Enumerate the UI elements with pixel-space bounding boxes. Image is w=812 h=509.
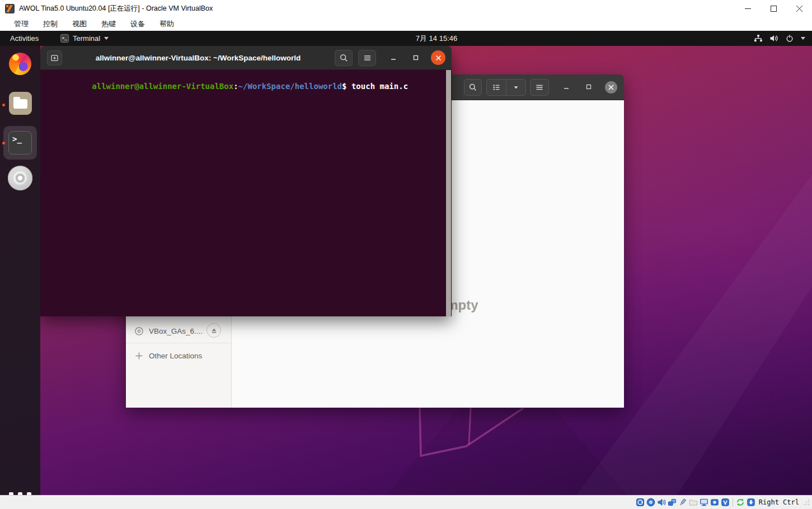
resize-grip[interactable]: [803, 499, 810, 506]
window-controls: [735, 0, 812, 17]
menu-input[interactable]: 热键: [94, 17, 123, 31]
terminal-close-button[interactable]: [431, 50, 445, 65]
features-icon[interactable]: [721, 498, 730, 507]
files-minimize-button[interactable]: [562, 82, 571, 91]
dock-item-firefox[interactable]: [0, 53, 40, 75]
chevron-down-icon: [801, 37, 805, 40]
terminal-menu-button[interactable]: [358, 50, 376, 66]
new-tab-button[interactable]: [47, 50, 62, 66]
terminal-maximize-button[interactable]: [411, 53, 420, 62]
terminal-prompt-line: allwinner@allwinner-VirtualBox:~/WorkSpa…: [45, 73, 408, 100]
terminal-minimize-button[interactable]: [389, 53, 398, 62]
hard-disks-icon[interactable]: [636, 498, 645, 507]
terminal-search-button[interactable]: [335, 50, 353, 66]
sidebar-item-other-locations[interactable]: Other Locations: [126, 343, 232, 368]
disc-icon: [8, 166, 32, 190]
vm-display: Activities >_ Terminal 7月 14 15:46: [0, 31, 812, 495]
terminal-window: allwinner@allwinner-VirtualBox: ~/WorkSp…: [40, 46, 452, 316]
menu-devices[interactable]: 设备: [123, 17, 152, 31]
dock-item-terminal[interactable]: >_: [0, 126, 40, 160]
network-icon: [754, 34, 763, 43]
display-icon[interactable]: [700, 498, 708, 507]
prompt-separator: :: [233, 82, 238, 91]
menu-help[interactable]: 帮助: [152, 17, 181, 31]
dock-item-disc[interactable]: [0, 166, 40, 190]
virtualbox-logo-icon: [5, 4, 15, 13]
dock: >_: [0, 46, 40, 495]
files-maximize-button[interactable]: [584, 82, 593, 91]
files-view-list-button[interactable]: [486, 79, 506, 96]
usb-icon[interactable]: [678, 498, 687, 507]
files-menu-button[interactable]: [530, 79, 549, 96]
sidebar-item-label: VBox_GAs_6....: [149, 327, 203, 335]
virtualbox-window: AWOL Tina5.0 Ubuntu20.04 [正在运行] - Oracle…: [0, 0, 812, 509]
gnome-topbar: Activities >_ Terminal 7月 14 15:46: [0, 31, 812, 46]
focused-app-label: Terminal: [73, 34, 100, 43]
prompt-path: ~/WorkSpace/helloworld: [238, 82, 342, 91]
mouse-integration-icon[interactable]: [736, 498, 745, 507]
activities-button[interactable]: Activities: [8, 31, 41, 46]
show-applications-button[interactable]: [0, 492, 40, 495]
terminal-icon: >_: [8, 131, 32, 155]
host-key-label: Right Ctrl: [759, 498, 799, 506]
plus-icon: [134, 351, 144, 361]
keyboard-capture-icon[interactable]: [747, 498, 755, 507]
terminal-scrollbar[interactable]: [446, 70, 451, 316]
volume-icon: [769, 34, 778, 43]
menubar: 管理 控制 视图 热键 设备 帮助: [0, 17, 812, 31]
optical-drives-icon[interactable]: [646, 498, 655, 507]
vbox-statusbar: Right Ctrl: [0, 495, 812, 509]
dock-item-files[interactable]: [0, 92, 40, 115]
menu-view[interactable]: 视图: [65, 17, 94, 31]
system-tray[interactable]: [754, 31, 808, 46]
files-close-button[interactable]: [605, 81, 617, 94]
prompt-user-host: allwinner@allwinner-VirtualBox: [92, 82, 233, 91]
menu-control[interactable]: 控制: [36, 17, 65, 31]
window-maximize-button[interactable]: [761, 0, 786, 17]
eject-button[interactable]: [206, 323, 221, 338]
power-icon: [785, 34, 794, 43]
window-minimize-button[interactable]: [735, 0, 761, 17]
window-title: AWOL Tina5.0 Ubuntu20.04 [正在运行] - Oracle…: [19, 4, 213, 13]
files-search-button[interactable]: [464, 79, 482, 96]
titlebar: AWOL Tina5.0 Ubuntu20.04 [正在运行] - Oracle…: [0, 0, 812, 17]
active-app-highlight: >_: [3, 126, 37, 160]
recording-icon[interactable]: [710, 498, 719, 507]
files-icon: [9, 92, 32, 115]
app-grid-icon: [9, 492, 31, 495]
running-indicator: [2, 104, 5, 106]
running-indicator: [2, 142, 5, 144]
firefox-icon: [9, 53, 31, 75]
chevron-down-icon: [104, 37, 109, 40]
clock[interactable]: 7月 14 15:46: [392, 31, 481, 46]
files-view-options-button[interactable]: [506, 79, 526, 96]
terminal-headerbar[interactable]: allwinner@allwinner-VirtualBox: ~/WorkSp…: [40, 46, 452, 70]
focused-app-menu[interactable]: >_ Terminal: [60, 31, 109, 46]
terminal-body[interactable]: allwinner@allwinner-VirtualBox:~/WorkSpa…: [40, 70, 452, 316]
terminal-title: allwinner@allwinner-VirtualBox: ~/WorkSp…: [63, 46, 334, 70]
menu-machine[interactable]: 管理: [7, 17, 36, 31]
audio-icon[interactable]: [657, 498, 666, 507]
statusbar-separator: [733, 498, 733, 507]
sidebar-item-label: Other Locations: [149, 352, 202, 360]
window-close-button[interactable]: [786, 0, 812, 17]
network-adapter-icon[interactable]: [668, 498, 677, 507]
typed-command: touch main.c: [346, 82, 408, 91]
optical-disc-icon: [134, 326, 144, 336]
shared-folders-icon[interactable]: [689, 498, 698, 507]
terminal-mini-icon: >_: [60, 34, 69, 43]
